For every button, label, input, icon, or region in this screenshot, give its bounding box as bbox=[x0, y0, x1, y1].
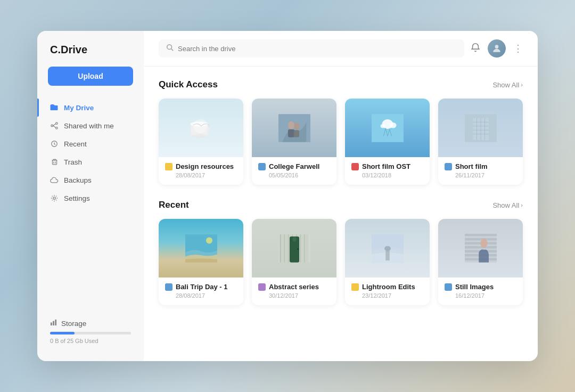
card-name-row-0: Design resources bbox=[165, 162, 237, 170]
card-name-2: Short film OST bbox=[362, 162, 410, 170]
sidebar: C.Drive Upload My Drive bbox=[37, 31, 144, 361]
recent-card-name-row-1: Abstract series bbox=[258, 283, 330, 291]
sidebar-item-my-drive[interactable]: My Drive bbox=[37, 99, 144, 117]
upload-button[interactable]: Upload bbox=[48, 67, 133, 86]
chevron-right-icon: › bbox=[521, 81, 523, 88]
svg-point-11 bbox=[167, 45, 172, 50]
avatar[interactable] bbox=[488, 39, 506, 58]
recent-thumbnail-1 bbox=[252, 219, 336, 277]
svg-point-7 bbox=[53, 197, 55, 199]
svg-rect-24 bbox=[293, 130, 299, 137]
svg-rect-6 bbox=[52, 160, 56, 165]
recent-show-all[interactable]: Show All › bbox=[492, 201, 523, 209]
sidebar-item-backups[interactable]: Backups bbox=[37, 171, 144, 189]
content-area: Quick Access Show All › bbox=[144, 67, 538, 361]
recent-card-name-0: Bali Trip Day - 1 bbox=[176, 283, 228, 291]
card-thumbnail-2 bbox=[345, 99, 430, 157]
svg-point-13 bbox=[495, 45, 499, 48]
share-icon bbox=[50, 121, 59, 130]
svg-rect-10 bbox=[55, 320, 56, 325]
search-icon bbox=[166, 44, 174, 53]
card-date-3: 26/11/2017 bbox=[455, 172, 516, 178]
avatar-image bbox=[488, 39, 506, 58]
recent-card-3[interactable]: Still Images 16/12/2017 bbox=[438, 219, 523, 305]
storage-label: Storage bbox=[50, 319, 131, 328]
card-date-1: 05/05/2016 bbox=[269, 172, 330, 178]
more-options-icon[interactable]: ⋮ bbox=[513, 43, 523, 54]
recent-thumbnail-0 bbox=[159, 219, 243, 277]
recent-card-name-row-0: Bali Trip Day - 1 bbox=[165, 283, 237, 291]
card-thumbnail-1 bbox=[252, 99, 336, 157]
svg-rect-8 bbox=[51, 323, 52, 326]
topbar-actions: ⋮ bbox=[471, 39, 523, 58]
card-info-0: Design resources 28/08/2017 bbox=[159, 157, 243, 185]
storage-bar-bg bbox=[50, 332, 131, 334]
image-icon-1 bbox=[258, 163, 266, 170]
card-name-3: Short film bbox=[455, 162, 488, 170]
app-logo: C.Drive bbox=[37, 44, 144, 67]
recent-card-0[interactable]: Bali Trip Day - 1 28/08/2017 bbox=[159, 219, 243, 305]
svg-point-27 bbox=[390, 123, 396, 128]
recent-card-name-1: Abstract series bbox=[269, 283, 319, 291]
recent-card-date-1: 30/12/2017 bbox=[269, 292, 330, 299]
quick-access-title: Quick Access bbox=[159, 79, 218, 90]
topbar: ⋮ bbox=[144, 31, 538, 67]
sidebar-item-shared[interactable]: Shared with me bbox=[37, 117, 144, 135]
notification-icon[interactable] bbox=[471, 43, 480, 54]
card-name-row-2: Short film OST bbox=[351, 162, 423, 170]
svg-rect-54 bbox=[385, 250, 390, 260]
svg-point-39 bbox=[206, 237, 212, 243]
svg-point-22 bbox=[294, 123, 300, 130]
svg-point-18 bbox=[206, 127, 210, 130]
recent-card-1[interactable]: Abstract series 30/12/2017 bbox=[252, 219, 336, 305]
sidebar-item-label: Backups bbox=[64, 176, 92, 184]
image-icon-r0 bbox=[165, 283, 172, 291]
chevron-right-icon: › bbox=[521, 202, 523, 208]
svg-rect-51 bbox=[297, 248, 298, 249]
recent-card-name-row-2: Lightroom Edits bbox=[351, 283, 423, 291]
svg-line-3 bbox=[53, 124, 55, 126]
folder-icon bbox=[50, 103, 59, 112]
quick-access-card-0[interactable]: Design resources 28/08/2017 bbox=[159, 99, 243, 185]
svg-point-28 bbox=[380, 124, 385, 128]
cloud-icon bbox=[50, 176, 59, 184]
card-info-3: Short film 26/11/2017 bbox=[438, 157, 523, 185]
quick-access-header: Quick Access Show All › bbox=[159, 79, 523, 90]
sidebar-item-settings[interactable]: Settings bbox=[37, 189, 144, 207]
storage-used-text: 0 B of 25 Gb Used bbox=[50, 338, 131, 344]
recent-thumbnail-3 bbox=[438, 219, 523, 277]
quick-access-card-3[interactable]: Short film 26/11/2017 bbox=[438, 99, 523, 185]
svg-rect-23 bbox=[288, 129, 294, 137]
recent-card-info-3: Still Images 16/12/2017 bbox=[438, 277, 523, 305]
sidebar-item-recent[interactable]: Recent bbox=[37, 135, 144, 153]
quick-access-card-2[interactable]: Short film OST 03/12/2018 bbox=[345, 99, 430, 185]
search-wrapper bbox=[159, 39, 464, 58]
svg-point-21 bbox=[288, 121, 294, 129]
sidebar-item-label: Settings bbox=[64, 194, 90, 202]
svg-rect-9 bbox=[53, 321, 54, 325]
recent-header: Recent Show All › bbox=[159, 200, 523, 210]
card-info-1: College Farwell 05/05/2016 bbox=[252, 157, 336, 185]
storage-section: Storage 0 B of 25 Gb Used bbox=[37, 311, 144, 348]
quick-access-card-1[interactable]: College Farwell 05/05/2016 bbox=[252, 99, 336, 185]
music-icon-2 bbox=[351, 163, 359, 170]
recent-card-2[interactable]: Lightroom Edits 23/12/2017 bbox=[345, 219, 430, 305]
card-thumbnail-0 bbox=[159, 99, 243, 157]
recent-card-info-2: Lightroom Edits 23/12/2017 bbox=[345, 277, 430, 305]
recent-card-name-2: Lightroom Edits bbox=[362, 283, 415, 291]
svg-point-50 bbox=[292, 236, 297, 241]
bar-chart-icon bbox=[50, 319, 57, 328]
svg-point-2 bbox=[51, 125, 53, 127]
card-name-row-1: College Farwell bbox=[258, 162, 330, 170]
svg-line-12 bbox=[171, 49, 174, 51]
image-icon-r1 bbox=[258, 283, 266, 291]
card-name-0: Design resources bbox=[176, 162, 234, 170]
sidebar-item-trash[interactable]: Trash bbox=[37, 153, 144, 171]
search-input[interactable] bbox=[178, 45, 457, 53]
sidebar-item-label: Shared with me bbox=[64, 122, 114, 130]
recent-card-date-3: 16/12/2017 bbox=[455, 292, 516, 299]
recent-thumbnail-2 bbox=[345, 219, 430, 277]
quick-access-show-all[interactable]: Show All › bbox=[492, 81, 523, 89]
sidebar-item-label: My Drive bbox=[64, 104, 94, 112]
card-name-1: College Farwell bbox=[269, 162, 319, 170]
